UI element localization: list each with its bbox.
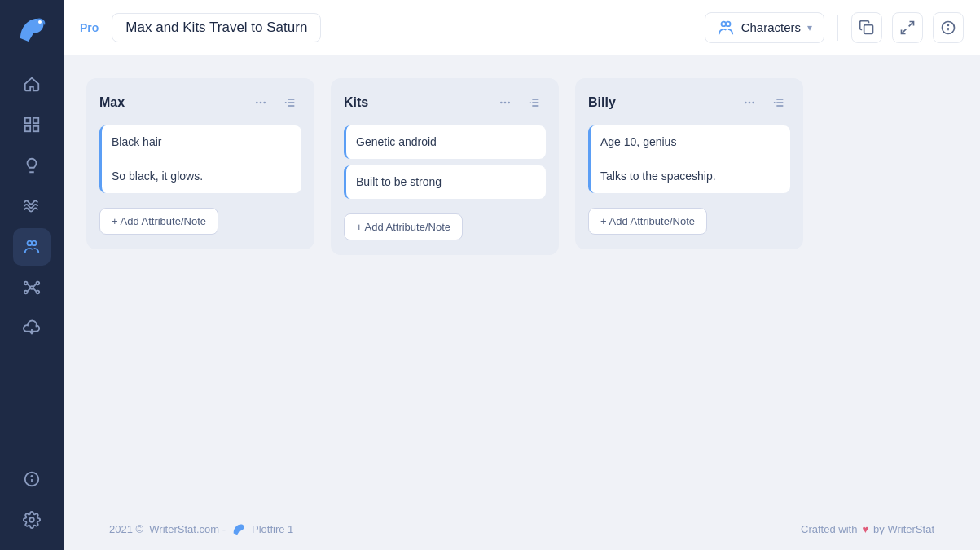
svg-point-0	[38, 20, 42, 24]
list-add-icon	[283, 96, 297, 109]
svg-line-25	[902, 29, 907, 33]
sidebar-item-cloud[interactable]	[13, 310, 51, 347]
card-header-kits: Kits	[344, 91, 546, 114]
characters-cards-row: Max	[86, 78, 957, 255]
attribute-kits-1[interactable]: Genetic android	[344, 125, 546, 159]
svg-line-12	[28, 284, 31, 287]
sidebar-item-home[interactable]	[13, 65, 51, 103]
card-add-billy[interactable]	[767, 91, 790, 114]
ellipsis-icon	[499, 96, 512, 109]
duplicate-icon	[859, 20, 875, 36]
dropdown-chevron: ▾	[807, 22, 812, 33]
sidebar-item-grid[interactable]	[13, 106, 51, 143]
svg-point-10	[24, 291, 28, 294]
sidebar-item-characters[interactable]	[13, 228, 51, 266]
svg-point-9	[37, 282, 40, 285]
card-header-billy: Billy	[588, 91, 790, 114]
character-card-billy: Billy	[575, 78, 803, 249]
svg-point-47	[752, 102, 754, 104]
sidebar-item-scenes[interactable]	[13, 187, 51, 225]
info-button[interactable]	[933, 12, 964, 43]
svg-line-13	[33, 284, 37, 287]
expand-button[interactable]	[892, 12, 923, 43]
project-title[interactable]: Max and Kits Travel to Saturn	[112, 13, 321, 42]
character-card-kits: Kits	[331, 78, 559, 255]
footer-plotfire: Plotfire 1	[252, 523, 293, 535]
footer-copyright: 2021 © WriterStat.com -	[109, 523, 226, 535]
pro-badge: Pro	[80, 21, 99, 34]
svg-point-7	[30, 286, 33, 289]
characters-dropdown[interactable]: Characters ▾	[705, 12, 824, 43]
character-name-kits: Kits	[344, 95, 368, 110]
svg-rect-2	[33, 118, 38, 123]
add-attribute-btn-max[interactable]: + Add Attribute/Note	[99, 208, 218, 235]
sidebar	[0, 0, 64, 550]
card-menu-billy[interactable]	[738, 91, 761, 114]
footer-right: Crafted with ♥ by WriterStat	[801, 523, 934, 535]
characters-label: Characters	[741, 20, 801, 34]
svg-point-29	[256, 102, 258, 104]
sidebar-item-settings[interactable]	[13, 501, 51, 539]
attribute-kits-2[interactable]: Built to be strong	[344, 165, 546, 199]
svg-point-30	[260, 102, 262, 104]
card-actions-kits	[494, 91, 546, 114]
character-name-billy: Billy	[588, 95, 616, 110]
sidebar-item-ideas[interactable]	[13, 147, 51, 184]
svg-point-6	[32, 241, 37, 246]
svg-point-46	[749, 102, 751, 104]
svg-rect-4	[33, 126, 38, 131]
svg-rect-3	[25, 126, 30, 131]
svg-point-37	[500, 102, 503, 104]
sidebar-nav	[13, 57, 51, 449]
svg-point-39	[508, 102, 510, 104]
card-menu-kits[interactable]	[494, 91, 516, 114]
svg-point-45	[745, 102, 747, 104]
svg-rect-1	[25, 118, 30, 123]
expand-icon	[899, 20, 916, 36]
svg-line-14	[28, 288, 31, 292]
card-header-max: Max	[99, 91, 301, 114]
sidebar-item-network[interactable]	[13, 269, 51, 306]
attribute-billy-1[interactable]: Age 10, geniusTalks to the spaceship.	[588, 125, 790, 193]
header-divider	[837, 15, 838, 41]
add-attribute-btn-billy[interactable]: + Add Attribute/Note	[588, 208, 707, 235]
svg-line-15	[33, 288, 37, 292]
footer: 2021 © WriterStat.com - Plotfire 1 Craft…	[86, 508, 957, 550]
footer-crafted-suffix: by WriterStat	[873, 523, 934, 535]
card-actions-max	[249, 91, 301, 114]
ellipsis-icon	[743, 96, 756, 109]
ellipsis-icon	[254, 96, 267, 109]
app-logo[interactable]	[0, 0, 64, 57]
info-icon	[940, 20, 956, 36]
character-name-max: Max	[99, 95, 125, 110]
content-area: Max	[64, 55, 980, 550]
attribute-max-1[interactable]: Black hairSo black, it glows.	[99, 125, 301, 193]
card-actions-billy	[738, 91, 790, 114]
card-add-kits[interactable]	[523, 91, 546, 114]
footer-logo-icon	[231, 521, 247, 537]
add-attribute-btn-kits[interactable]: + Add Attribute/Note	[344, 213, 463, 240]
characters-dropdown-icon	[717, 19, 735, 37]
sidebar-item-info[interactable]	[13, 460, 51, 498]
svg-rect-23	[864, 24, 873, 33]
sidebar-bottom	[13, 449, 51, 550]
footer-crafted-prefix: Crafted with	[801, 523, 857, 535]
card-add-max[interactable]	[279, 91, 301, 114]
footer-heart-icon: ♥	[862, 523, 868, 535]
list-add-icon	[772, 96, 785, 109]
footer-left: 2021 © WriterStat.com - Plotfire 1	[109, 521, 293, 537]
header: Pro Max and Kits Travel to Saturn Charac…	[64, 0, 980, 55]
svg-point-11	[37, 291, 40, 294]
svg-point-31	[263, 102, 266, 104]
svg-point-20	[29, 517, 34, 522]
svg-point-8	[24, 282, 28, 285]
card-menu-max[interactable]	[249, 91, 272, 114]
svg-line-24	[909, 21, 914, 26]
duplicate-button[interactable]	[851, 12, 882, 43]
svg-point-22	[726, 21, 731, 26]
svg-point-38	[504, 102, 507, 104]
main-area: Pro Max and Kits Travel to Saturn Charac…	[64, 0, 980, 550]
list-add-icon	[528, 96, 541, 109]
character-card-max: Max	[86, 78, 314, 249]
